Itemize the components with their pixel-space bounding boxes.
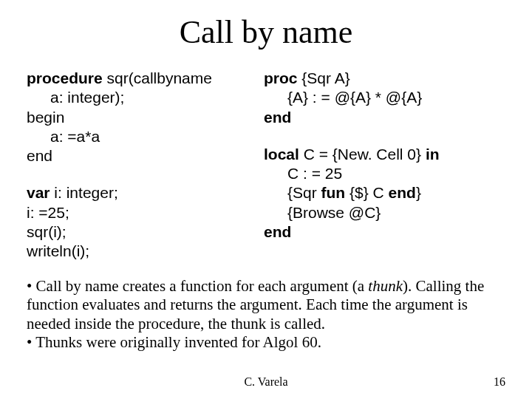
keyword-end: end bbox=[264, 223, 291, 240]
code-text: {$} C bbox=[345, 184, 388, 201]
code-line: sqr(i); bbox=[27, 222, 252, 242]
code-text: } bbox=[416, 184, 421, 201]
body-text: • Call by name creates a function for ea… bbox=[27, 277, 505, 352]
code-text: i: integer; bbox=[50, 184, 118, 201]
code-columns: procedure sqr(callbyname a: integer); be… bbox=[27, 69, 505, 261]
keyword-in: in bbox=[426, 146, 440, 163]
body-span: • Call by name creates a function for ea… bbox=[27, 277, 368, 295]
code-line: writeln(i); bbox=[27, 242, 252, 261]
code-line: {A} : = @{A} * @{A} bbox=[264, 88, 505, 107]
code-line: begin bbox=[27, 108, 252, 127]
keyword-fun: fun bbox=[321, 184, 346, 201]
code-text: {Sqr bbox=[287, 184, 321, 201]
code-line: a: integer); bbox=[27, 88, 252, 107]
thunk-term: thunk bbox=[368, 277, 403, 295]
code-line: i: =25; bbox=[27, 203, 252, 222]
code-text: C = {New. Cell 0} bbox=[299, 146, 426, 163]
code-text: sqr(callbyname bbox=[103, 69, 212, 86]
footer-author: C. Varela bbox=[0, 375, 532, 389]
code-line: end bbox=[264, 108, 505, 127]
footer-page: 16 bbox=[494, 375, 505, 389]
code-line: end bbox=[264, 222, 505, 242]
slide: Call by name procedure sqr(callbyname a:… bbox=[0, 0, 532, 399]
left-column: procedure sqr(callbyname a: integer); be… bbox=[27, 69, 258, 261]
code-line: {Browse @C} bbox=[264, 203, 505, 222]
spacer bbox=[27, 166, 252, 183]
code-line: a: =a*a bbox=[27, 127, 252, 146]
right-column: proc {Sqr A} {A} : = @{A} * @{A} end loc… bbox=[258, 69, 505, 261]
slide-title: Call by name bbox=[27, 13, 505, 51]
code-line: end bbox=[27, 146, 252, 166]
keyword-procedure: procedure bbox=[27, 69, 103, 86]
code-line: procedure sqr(callbyname bbox=[27, 69, 252, 88]
bullet-1: • Call by name creates a function for ea… bbox=[27, 277, 505, 333]
code-line: var i: integer; bbox=[27, 183, 252, 202]
keyword-end: end bbox=[264, 109, 291, 126]
keyword-var: var bbox=[27, 184, 50, 201]
code-line: proc {Sqr A} bbox=[264, 69, 505, 88]
code-line: C : = 25 bbox=[264, 164, 505, 183]
code-line: local C = {New. Cell 0} in bbox=[264, 145, 505, 164]
code-text: {Sqr A} bbox=[298, 69, 350, 86]
spacer bbox=[264, 127, 505, 145]
keyword-end: end bbox=[389, 184, 416, 201]
code-line: {Sqr fun {$} C end} bbox=[264, 183, 505, 202]
keyword-local: local bbox=[264, 146, 299, 163]
keyword-proc: proc bbox=[264, 69, 298, 86]
bullet-2: • Thunks were originally invented for Al… bbox=[27, 333, 505, 352]
